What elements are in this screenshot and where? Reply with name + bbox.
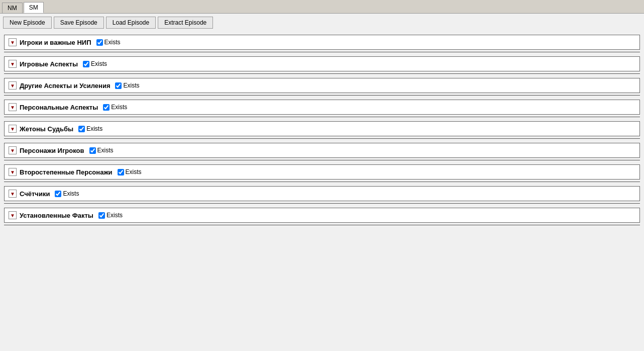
exists-label-counters: Exists bbox=[55, 190, 79, 197]
toolbar: New Episode Save Episode Load Episode Ex… bbox=[0, 14, 644, 32]
section-other-aspects: ▼Другие Аспекты и УсиленияExists bbox=[4, 78, 640, 96]
exists-text-personal-aspects: Exists bbox=[111, 104, 127, 111]
dropdown-icon-counters[interactable]: ▼ bbox=[9, 190, 17, 198]
exists-label-game-aspects: Exists bbox=[83, 60, 107, 67]
section-box-personal-aspects: ▼Персональные АспектыExists bbox=[4, 100, 640, 115]
section-title-fate-tokens: Жетоны Судьбы bbox=[20, 125, 73, 133]
separator-personal-aspects bbox=[4, 117, 640, 117]
separator-secondary-chars bbox=[4, 182, 640, 182]
section-title-counters: Счётчики bbox=[20, 190, 50, 198]
section-box-secondary-chars: ▼Второстепенные ПерсонажиExists bbox=[4, 164, 640, 180]
section-box-established-facts: ▼Установленные ФактыExists bbox=[4, 208, 640, 223]
exists-checkbox-game-aspects[interactable] bbox=[83, 61, 89, 67]
dropdown-icon-fate-tokens[interactable]: ▼ bbox=[9, 125, 17, 133]
section-box-fate-tokens: ▼Жетоны СудьбыExists bbox=[4, 121, 640, 136]
separator-fate-tokens bbox=[4, 138, 640, 139]
exists-checkbox-personal-aspects[interactable] bbox=[103, 104, 110, 111]
exists-checkbox-counters[interactable] bbox=[55, 191, 61, 197]
exists-label-fate-tokens: Exists bbox=[78, 125, 102, 132]
dropdown-icon-game-aspects[interactable]: ▼ bbox=[9, 60, 17, 68]
section-fate-tokens: ▼Жетоны СудьбыExists bbox=[4, 121, 640, 139]
exists-text-established-facts: Exists bbox=[106, 212, 123, 219]
exists-text-game-aspects: Exists bbox=[91, 60, 107, 67]
exists-checkbox-fate-tokens[interactable] bbox=[78, 126, 85, 132]
section-box-game-aspects: ▼Игровые АспектыExists bbox=[4, 56, 640, 71]
section-title-established-facts: Установленные Факты bbox=[20, 212, 93, 219]
separator-established-facts bbox=[4, 225, 640, 225]
section-title-other-aspects: Другие Аспекты и Усиления bbox=[20, 82, 110, 90]
tab-bar: NMSM bbox=[0, 0, 644, 14]
exists-text-other-aspects: Exists bbox=[123, 82, 139, 89]
dropdown-icon-other-aspects[interactable]: ▼ bbox=[9, 81, 17, 90]
load-episode-button[interactable]: Load Episode bbox=[106, 17, 156, 29]
section-title-secondary-chars: Второстепенные Персонажи bbox=[20, 168, 113, 176]
exists-label-player-chars: Exists bbox=[89, 147, 114, 154]
section-established-facts: ▼Установленные ФактыExists bbox=[4, 208, 640, 225]
section-box-other-aspects: ▼Другие Аспекты и УсиленияExists bbox=[4, 78, 640, 93]
exists-checkbox-other-aspects[interactable] bbox=[115, 82, 122, 89]
section-personal-aspects: ▼Персональные АспектыExists bbox=[4, 100, 640, 117]
exists-label-other-aspects: Exists bbox=[115, 82, 139, 89]
section-players-npc: ▼Игроки и важные НИПExists bbox=[4, 35, 640, 52]
extract-episode-button[interactable]: Extract Episode bbox=[158, 17, 213, 29]
exists-text-fate-tokens: Exists bbox=[86, 125, 102, 132]
tab-nm[interactable]: NM bbox=[2, 3, 23, 13]
separator-player-chars bbox=[4, 160, 640, 160]
dropdown-icon-personal-aspects[interactable]: ▼ bbox=[9, 103, 17, 111]
section-counters: ▼СчётчикиExists bbox=[4, 186, 640, 204]
dropdown-icon-players-npc[interactable]: ▼ bbox=[9, 38, 17, 46]
section-secondary-chars: ▼Второстепенные ПерсонажиExists bbox=[4, 164, 640, 182]
exists-checkbox-secondary-chars[interactable] bbox=[118, 169, 124, 176]
section-title-players-npc: Игроки и важные НИП bbox=[20, 39, 91, 46]
main-content: ▼Игроки и важные НИПExists▼Игровые Аспек… bbox=[0, 32, 644, 351]
exists-text-counters: Exists bbox=[63, 190, 79, 197]
exists-label-personal-aspects: Exists bbox=[103, 104, 127, 111]
separator-game-aspects bbox=[4, 73, 640, 74]
exists-label-secondary-chars: Exists bbox=[118, 168, 142, 176]
section-title-game-aspects: Игровые Аспекты bbox=[20, 60, 78, 68]
section-game-aspects: ▼Игровые АспектыExists bbox=[4, 56, 640, 74]
save-episode-button[interactable]: Save Episode bbox=[54, 17, 104, 29]
exists-text-player-chars: Exists bbox=[97, 147, 114, 154]
section-player-chars: ▼Персонажи ИгроковExists bbox=[4, 143, 640, 160]
exists-checkbox-established-facts[interactable] bbox=[98, 212, 105, 219]
section-title-personal-aspects: Персональные Аспекты bbox=[20, 104, 98, 111]
exists-checkbox-player-chars[interactable] bbox=[89, 147, 96, 154]
separator-other-aspects bbox=[4, 95, 640, 96]
section-box-player-chars: ▼Персонажи ИгроковExists bbox=[4, 143, 640, 158]
dropdown-icon-secondary-chars[interactable]: ▼ bbox=[9, 168, 17, 176]
exists-text-secondary-chars: Exists bbox=[126, 168, 142, 176]
separator-counters bbox=[4, 203, 640, 204]
dropdown-icon-established-facts[interactable]: ▼ bbox=[9, 211, 17, 219]
tab-sm[interactable]: SM bbox=[24, 2, 44, 13]
exists-text-players-npc: Exists bbox=[104, 39, 121, 46]
section-box-players-npc: ▼Игроки и важные НИПExists bbox=[4, 35, 640, 50]
section-title-player-chars: Персонажи Игроков bbox=[20, 147, 84, 154]
section-box-counters: ▼СчётчикиExists bbox=[4, 186, 640, 201]
new-episode-button[interactable]: New Episode bbox=[3, 17, 52, 29]
exists-checkbox-players-npc[interactable] bbox=[96, 39, 103, 46]
exists-label-players-npc: Exists bbox=[96, 39, 121, 46]
separator-players-npc bbox=[4, 52, 640, 52]
dropdown-icon-player-chars[interactable]: ▼ bbox=[9, 146, 17, 154]
exists-label-established-facts: Exists bbox=[98, 212, 123, 219]
